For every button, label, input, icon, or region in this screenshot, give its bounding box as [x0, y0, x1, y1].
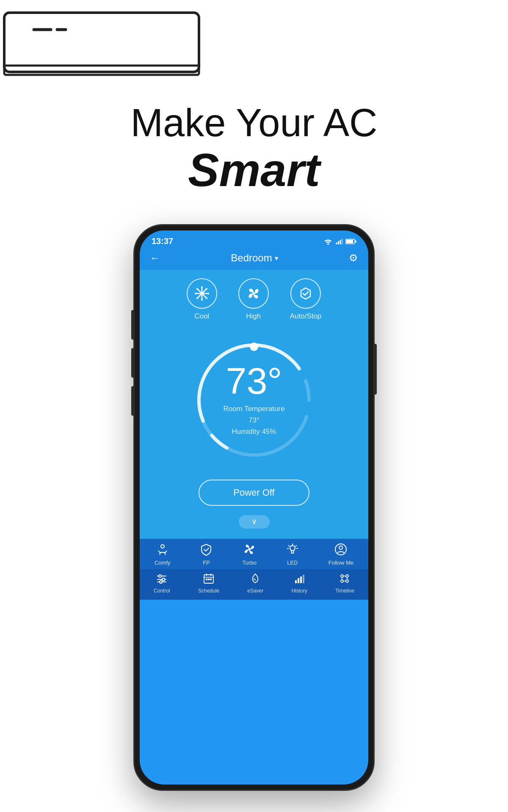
- svg-rect-52: [295, 580, 297, 583]
- svg-point-24: [252, 292, 255, 295]
- svg-point-20: [196, 288, 198, 290]
- comfy-label: Comfy: [155, 560, 171, 566]
- expand-chevron[interactable]: ∨: [239, 515, 270, 529]
- dial-container[interactable]: 73° Room Temperature 73° Humidity 45%: [186, 332, 322, 468]
- follow-me-icon: [334, 543, 347, 558]
- schedule-icon: [203, 573, 215, 586]
- nav-comfy[interactable]: Comfy: [155, 543, 171, 566]
- svg-rect-7: [340, 240, 341, 244]
- temp-display: 73°: [220, 362, 288, 400]
- fan-icon: [246, 285, 262, 302]
- svg-point-4: [327, 243, 329, 245]
- autostop-icon: [298, 285, 314, 302]
- room-title[interactable]: Bedroom ▾: [231, 252, 278, 264]
- autostop-icon-circle: [290, 278, 321, 309]
- led-icon: [286, 543, 299, 558]
- svg-point-17: [201, 299, 203, 301]
- app-main: Cool High: [140, 270, 368, 539]
- control-icon: [156, 573, 168, 586]
- svg-line-33: [289, 546, 290, 546]
- fp-icon: [200, 543, 213, 558]
- back-button[interactable]: ←: [150, 252, 160, 264]
- status-bar: 13:37: [140, 230, 368, 248]
- bottom-nav: Comfy FP: [140, 539, 368, 569]
- mode-row: Cool High: [148, 274, 360, 328]
- hero-section: Make Your AC Smart: [0, 102, 508, 195]
- hero-line2: Smart: [0, 144, 508, 195]
- svg-point-27: [250, 343, 258, 351]
- settings-button[interactable]: ⚙: [349, 252, 358, 264]
- svg-rect-8: [342, 239, 343, 244]
- svg-rect-1: [4, 66, 199, 75]
- cool-label: Cool: [194, 312, 209, 321]
- battery-icon: [345, 239, 356, 244]
- svg-point-30: [290, 546, 295, 551]
- svg-point-22: [206, 288, 207, 290]
- high-label: High: [246, 312, 261, 321]
- control-label: Control: [154, 588, 170, 594]
- secondary-nav: Control Schedule: [140, 569, 368, 600]
- svg-rect-51: [210, 579, 212, 580]
- led-label: LED: [287, 560, 298, 566]
- sec-nav-esaver[interactable]: eSaver: [247, 573, 263, 594]
- svg-rect-5: [336, 242, 337, 244]
- svg-point-44: [160, 581, 162, 583]
- phone-outer: 13:37: [133, 224, 375, 791]
- expand-bar: ∨: [148, 512, 360, 530]
- autostop-mode-item[interactable]: Auto/Stop: [290, 278, 322, 321]
- phone-screen: 13:37: [140, 230, 368, 785]
- svg-rect-11: [346, 239, 353, 243]
- app-header: ← Bedroom ▾ ⚙: [140, 248, 368, 270]
- cool-icon-circle: [187, 278, 217, 309]
- cool-mode-item[interactable]: Cool: [187, 278, 217, 321]
- svg-point-42: [162, 578, 165, 581]
- sec-nav-control[interactable]: Control: [154, 573, 170, 594]
- comfy-icon: [156, 543, 169, 558]
- svg-rect-55: [303, 575, 304, 583]
- power-button[interactable]: Power Off: [199, 480, 309, 506]
- svg-line-34: [295, 546, 296, 546]
- sec-nav-schedule[interactable]: Schedule: [198, 573, 219, 594]
- room-chevron: ▾: [275, 254, 278, 262]
- hero-line1: Make Your AC: [0, 102, 508, 144]
- schedule-label: Schedule: [198, 588, 219, 594]
- svg-point-58: [341, 580, 343, 582]
- phone-wrapper: 13:37: [133, 224, 375, 791]
- svg-point-59: [346, 580, 348, 582]
- high-icon-circle: [238, 278, 269, 309]
- fp-label: FP: [203, 560, 210, 566]
- room-temp: Room Temperature 73°: [220, 403, 288, 426]
- wifi-icon: [323, 238, 333, 245]
- nav-follow-me[interactable]: Follow Me: [329, 543, 353, 566]
- svg-point-40: [159, 575, 161, 577]
- svg-rect-0: [4, 13, 199, 72]
- high-mode-item[interactable]: High: [238, 278, 269, 321]
- svg-rect-54: [300, 576, 302, 583]
- history-label: History: [291, 588, 307, 594]
- svg-point-19: [207, 293, 209, 294]
- svg-point-18: [195, 293, 196, 294]
- svg-point-29: [248, 548, 251, 551]
- nav-led[interactable]: LED: [286, 543, 299, 566]
- power-btn-section: Power Off: [148, 472, 360, 512]
- sec-nav-history[interactable]: History: [291, 573, 307, 594]
- turbo-label: Turbo: [242, 560, 256, 566]
- svg-point-28: [161, 545, 164, 548]
- temp-dial-section: 73° Room Temperature 73° Humidity 45%: [148, 328, 360, 472]
- svg-rect-10: [355, 240, 356, 243]
- svg-point-57: [346, 575, 348, 577]
- sec-nav-timeline[interactable]: Timeline: [335, 573, 354, 594]
- humidity: Humidity 45%: [220, 426, 288, 438]
- svg-point-23: [196, 297, 198, 299]
- nav-turbo[interactable]: Turbo: [242, 543, 256, 566]
- temp-info: Room Temperature 73° Humidity 45%: [220, 403, 288, 438]
- nav-fp[interactable]: FP: [200, 543, 213, 566]
- ac-unit-illustration: [0, 0, 254, 93]
- svg-rect-6: [338, 241, 339, 244]
- svg-point-56: [341, 575, 343, 577]
- history-icon: [293, 573, 305, 586]
- status-icons: [323, 238, 356, 245]
- esaver-icon: [249, 573, 261, 586]
- snowflake-icon: [194, 285, 210, 302]
- svg-rect-50: [208, 579, 210, 580]
